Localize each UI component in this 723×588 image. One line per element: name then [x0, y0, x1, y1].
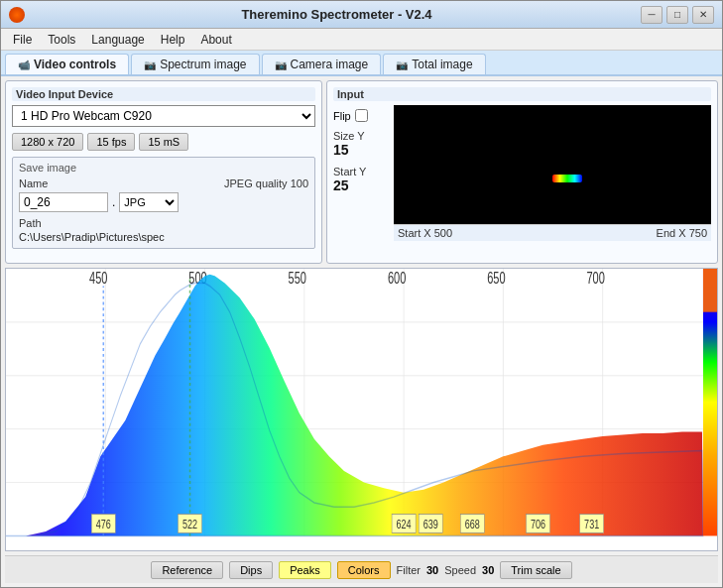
input-controls: Flip Size Y 15 Start Y 25: [333, 105, 388, 241]
extension-dropdown[interactable]: JPG PNG BMP: [119, 192, 179, 212]
save-image-title: Save image: [19, 162, 308, 174]
speed-label: Speed: [444, 564, 476, 576]
video-icon: 📹: [18, 59, 30, 70]
device-dropdown-row: 1 HD Pro Webcam C920: [12, 105, 315, 127]
svg-text:668: 668: [465, 518, 480, 531]
input-panel-title: Input: [333, 87, 711, 101]
svg-text:522: 522: [182, 518, 197, 531]
input-panel-inner: Flip Size Y 15 Start Y 25: [333, 105, 711, 241]
filter-value: 30: [426, 564, 438, 576]
size-y-label: Size Y: [333, 130, 388, 142]
peaks-button[interactable]: Peaks: [279, 561, 331, 579]
camera-view: [394, 105, 711, 224]
title-bar: Theremino Spectrometer - V2.4 ─ □ ✕: [1, 1, 722, 29]
spectrum-graph-container: 450 500 550 600 650 700: [5, 268, 718, 551]
speed-value: 30: [482, 564, 494, 576]
bottom-toolbar: Reference Dips Peaks Colors Filter 30 Sp…: [5, 555, 718, 583]
reference-button[interactable]: Reference: [151, 561, 223, 579]
top-panels: Video Input Device 1 HD Pro Webcam C920 …: [5, 80, 718, 264]
device-dropdown[interactable]: 1 HD Pro Webcam C920: [12, 105, 315, 127]
svg-text:639: 639: [423, 518, 438, 531]
video-input-title: Video Input Device: [12, 87, 315, 101]
camera-section: Start X 500 End X 750: [394, 105, 711, 241]
save-image-section: Save image Name JPEG quality 100 . JPG: [12, 157, 315, 249]
name-row: Name JPEG quality 100: [19, 177, 308, 189]
start-x-label: Start X 500: [398, 227, 452, 239]
menu-about[interactable]: About: [192, 31, 239, 49]
window-title: Theremino Spectrometer - V2.4: [33, 7, 641, 22]
maximize-button[interactable]: □: [666, 6, 688, 24]
minimize-button[interactable]: ─: [641, 6, 663, 24]
spectrum-icon: 📷: [144, 59, 156, 70]
dips-button[interactable]: Dips: [229, 561, 273, 579]
menu-language[interactable]: Language: [83, 31, 152, 49]
exposure-button[interactable]: 15 mS: [139, 133, 188, 151]
svg-text:450: 450: [89, 270, 108, 287]
size-y-value: 15: [333, 142, 388, 158]
video-input-panel: Video Input Device 1 HD Pro Webcam C920 …: [5, 80, 322, 264]
start-y-value: 25: [333, 177, 388, 193]
fps-button[interactable]: 15 fps: [87, 133, 135, 151]
svg-rect-34: [703, 269, 717, 312]
camera-bottom-bar: Start X 500 End X 750: [394, 224, 711, 241]
name-label: Name: [19, 177, 48, 189]
tab-spectrum-image[interactable]: 📷 Spectrum image: [131, 54, 259, 74]
filename-input[interactable]: [19, 192, 108, 212]
flip-row: Flip: [333, 109, 388, 122]
svg-text:700: 700: [586, 270, 605, 287]
resolution-button[interactable]: 1280 x 720: [12, 133, 83, 151]
menu-tools[interactable]: Tools: [40, 31, 83, 49]
main-window: Theremino Spectrometer - V2.4 ─ □ ✕ File…: [0, 0, 723, 588]
title-bar-buttons: ─ □ ✕: [641, 6, 714, 24]
svg-text:476: 476: [96, 518, 111, 531]
tab-video-controls[interactable]: 📹 Video controls: [5, 54, 129, 74]
colors-button[interactable]: Colors: [337, 561, 391, 579]
menu-bar: File Tools Language Help About: [1, 29, 722, 51]
flip-checkbox[interactable]: [355, 109, 368, 122]
input-panel: Input Flip Size Y 15 Start Y 2: [326, 80, 718, 264]
trim-scale-button[interactable]: Trim scale: [500, 561, 571, 579]
camera-icon: 📷: [275, 59, 287, 70]
close-button[interactable]: ✕: [692, 6, 714, 24]
tab-camera-image[interactable]: 📷 Camera image: [262, 54, 382, 74]
svg-text:650: 650: [487, 270, 506, 287]
tab-total-image[interactable]: 📷 Total image: [383, 54, 485, 74]
filter-label: Filter: [397, 564, 421, 576]
start-y-label: Start Y: [333, 166, 388, 177]
spectrum-graph: 450 500 550 600 650 700: [6, 269, 717, 550]
jpeg-quality-label: JPEG quality 100: [224, 177, 308, 189]
svg-text:600: 600: [388, 270, 407, 287]
end-x-label: End X 750: [657, 227, 707, 239]
menu-file[interactable]: File: [5, 31, 40, 49]
app-icon: [9, 7, 25, 23]
total-icon: 📷: [396, 59, 408, 70]
path-value: C:\Users\Pradip\Pictures\spec: [19, 231, 165, 243]
path-label: Path: [19, 217, 42, 229]
content-area: Video Input Device 1 HD Pro Webcam C920 …: [1, 76, 722, 587]
svg-text:731: 731: [584, 518, 599, 531]
menu-help[interactable]: Help: [153, 31, 193, 49]
svg-text:624: 624: [397, 518, 412, 531]
svg-text:706: 706: [531, 518, 545, 531]
resolution-row: 1280 x 720 15 fps 15 mS: [12, 133, 315, 151]
spectrum-dot: [552, 175, 582, 182]
svg-text:550: 550: [289, 270, 307, 287]
tabs-bar: 📹 Video controls 📷 Spectrum image 📷 Came…: [1, 51, 722, 76]
